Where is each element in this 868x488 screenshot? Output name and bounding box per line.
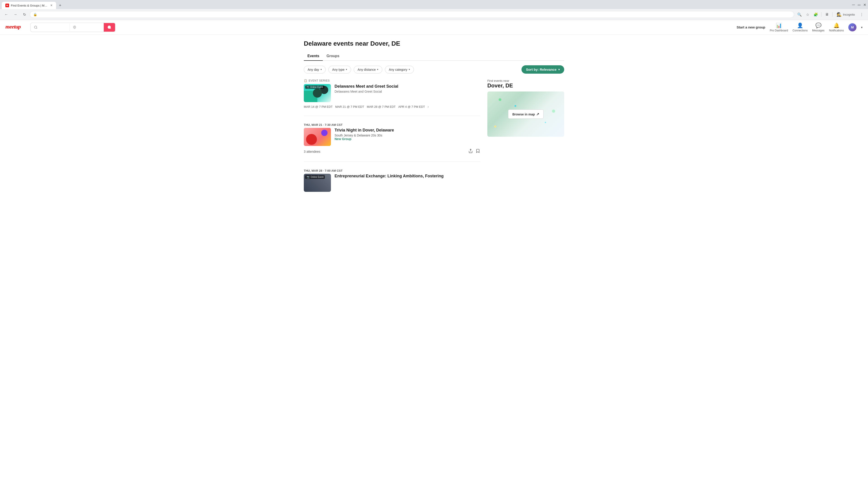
share-button[interactable]	[468, 149, 473, 154]
menu-button[interactable]: ⋮	[858, 11, 865, 18]
map-dot-1	[499, 98, 501, 101]
search-page-button[interactable]: 🔍	[796, 11, 803, 18]
incognito-badge: 🕵 Incognito	[834, 11, 857, 18]
event-1-info: Delawares Meet and Greet Social Delaware…	[335, 84, 480, 94]
reload-button[interactable]: ↻	[21, 11, 28, 18]
header-navigation: 📊 Pro Dashboard 👤 Connections 💬 Messages…	[770, 23, 863, 32]
event-2-thumbnail[interactable]	[304, 128, 331, 146]
svg-point-2	[74, 27, 75, 28]
minimize-button[interactable]: ─	[852, 2, 855, 7]
event-3-online-badge: 📷 Online Event	[305, 175, 325, 179]
site-header: meetup delaware Dover, DE Start a new gr…	[0, 20, 868, 35]
back-button[interactable]: ←	[3, 11, 10, 18]
filter-any-category[interactable]: Any category ▾	[385, 66, 414, 73]
account-dropdown-chevron[interactable]: ▾	[861, 26, 863, 29]
event-3-thumbnail[interactable]: 📷 Online Event	[304, 174, 331, 192]
more-dates-arrow[interactable]: ›	[428, 105, 429, 108]
location-input[interactable]: Dover, DE	[78, 25, 101, 29]
event-2-date-badge: THU, MAR 21 · 7:30 AM CST	[304, 123, 480, 127]
event-2-attendees-row: 3 attendees	[304, 149, 480, 154]
browse-in-map-button[interactable]: Browse in map ↗	[508, 109, 544, 119]
restore-button[interactable]: ▭	[858, 3, 861, 6]
new-tab-button[interactable]: +	[57, 2, 63, 8]
cast-button[interactable]: 🖥	[823, 11, 831, 18]
bookmark-event-button[interactable]	[475, 149, 480, 154]
location-icon	[73, 26, 76, 29]
event-date-2: MAR 28 @ 7 PM EDT	[367, 105, 396, 108]
sort-chevron-icon: ▾	[558, 68, 560, 71]
new-group-link[interactable]: New Group	[335, 137, 351, 141]
event-2-info: Trivia Night in Dover, Delaware South Je…	[335, 128, 480, 141]
event-2-header: Trivia Night in Dover, Delaware South Je…	[304, 128, 480, 146]
content-layout: 📋 EVENT SERIES 📷 Online Event	[304, 79, 564, 206]
event-date-3: APR 4 @ 7 PM EDT	[398, 105, 425, 108]
online-event-badge: 📷 Online Event	[305, 86, 324, 89]
event-series-label: EVENT SERIES	[309, 79, 330, 82]
location-search-field[interactable]: Dover, DE	[70, 24, 104, 31]
tab-events[interactable]: Events	[304, 52, 323, 61]
search-submit-icon	[107, 25, 112, 29]
connections-label: Connections	[793, 29, 808, 32]
meetup-logo[interactable]: meetup	[5, 23, 26, 32]
keyword-search-field[interactable]: delaware	[31, 24, 70, 31]
event-1-title[interactable]: Delawares Meet and Greet Social	[335, 84, 480, 89]
tab-groups[interactable]: Groups	[323, 52, 343, 61]
forward-button[interactable]: →	[12, 11, 19, 18]
map-container[interactable]: Browse in map ↗	[487, 92, 564, 137]
separator	[821, 12, 822, 17]
extensions-button[interactable]: 🧩	[812, 11, 819, 18]
event-3-info: Entrepreneurial Exchange: Linking Ambiti…	[335, 174, 480, 180]
bookmark-button[interactable]: ☆	[804, 11, 811, 18]
filter-any-day-chevron: ▾	[320, 68, 322, 71]
filter-any-distance-label: Any distance	[358, 68, 376, 71]
svg-point-1	[34, 26, 37, 29]
lock-icon: 🔒	[33, 13, 37, 16]
browser-chrome: M Find Events & Groups | Meetup × + ─ ▭ …	[0, 0, 868, 20]
tab-close-button[interactable]: ×	[51, 4, 53, 7]
event-3-title[interactable]: Entrepreneurial Exchange: Linking Ambiti…	[335, 174, 480, 178]
browser-toolbar: ← → ↻ 🔒 meetup.com/find/?suggested=true&…	[0, 9, 868, 20]
event-2-new-group: New Group	[335, 137, 480, 141]
event-date-1: MAR 21 @ 7 PM EDT	[335, 105, 364, 108]
address-bar[interactable]: 🔒 meetup.com/find/?suggested=true&source…	[30, 11, 794, 18]
user-avatar[interactable]: M	[848, 23, 857, 31]
page-title: Delaware events near Dover, DE	[304, 40, 564, 47]
header-search-bar: delaware Dover, DE	[30, 23, 116, 32]
separator2	[832, 12, 833, 17]
find-near-label: Find events near Dover, DE	[487, 79, 564, 89]
map-dot-5	[545, 122, 546, 123]
filter-any-day-label: Any day	[308, 68, 319, 71]
address-input[interactable]: meetup.com/find/?suggested=true&source=E…	[39, 13, 791, 16]
incognito-label: Incognito	[843, 13, 855, 16]
map-location-label: Dover, DE	[487, 83, 564, 89]
filter-any-type-chevron: ▾	[346, 68, 347, 71]
event-card-2: THU, MAR 21 · 7:30 AM CST Trivia Night i…	[304, 123, 480, 162]
incognito-icon: 🕵	[837, 12, 842, 17]
filter-any-distance[interactable]: Any distance ▾	[354, 66, 382, 73]
browser-tab-active[interactable]: M Find Events & Groups | Meetup ×	[2, 2, 56, 9]
filter-any-type[interactable]: Any type ▾	[329, 66, 351, 73]
camera-icon: 📷	[307, 86, 309, 88]
event-3-online-label: Online Event	[311, 176, 323, 178]
filter-any-day[interactable]: Any day ▾	[304, 66, 326, 73]
keyword-input[interactable]: delaware	[39, 25, 66, 29]
search-submit-button[interactable]	[104, 23, 115, 32]
filter-any-type-label: Any type	[332, 68, 344, 71]
event-card-3: THU, MAR 28 · 7:00 AM CST 📷 Online Event…	[304, 169, 480, 199]
close-window-button[interactable]: ✕	[863, 3, 866, 7]
pro-dashboard-icon: 📊	[776, 23, 782, 29]
pro-dashboard-nav-item[interactable]: 📊 Pro Dashboard	[770, 23, 788, 32]
filter-any-category-label: Any category	[389, 68, 407, 71]
toolbar-actions: 🔍 ☆ 🧩 🖥 🕵 Incognito ⋮	[796, 11, 865, 18]
connections-nav-item[interactable]: 👤 Connections	[793, 23, 808, 32]
tab-bar: M Find Events & Groups | Meetup × + ─ ▭ …	[0, 0, 868, 9]
event-2-title[interactable]: Trivia Night in Dover, Delaware	[335, 128, 480, 133]
event-card-1: 📋 EVENT SERIES 📷 Online Event	[304, 79, 480, 116]
start-new-group-button[interactable]: Start a new group	[737, 25, 765, 29]
notifications-nav-item[interactable]: 🔔 Notifications	[829, 23, 844, 32]
event-1-thumbnail[interactable]: 📷 Online Event	[304, 84, 331, 102]
browse-map-label: Browse in map	[513, 112, 535, 116]
map-dot-3	[552, 109, 555, 113]
messages-nav-item[interactable]: 💬 Messages	[812, 23, 825, 32]
sort-by-button[interactable]: Sort by: Relevance ▾	[522, 65, 564, 74]
